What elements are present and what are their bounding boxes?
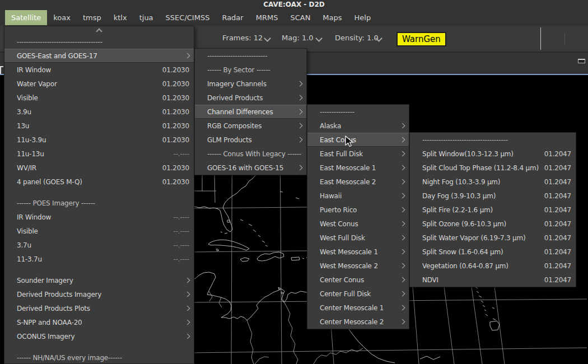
submenu-arrow-icon (297, 123, 303, 129)
menu-item-time: --.---- (174, 213, 189, 221)
submenu-arrow-icon (400, 151, 405, 157)
menu-item[interactable]: 11u-3.9u01.2030 (4, 133, 194, 147)
mag-selector[interactable]: Mag: 1.0 (282, 34, 314, 42)
menu-item[interactable]: Derived Products (195, 91, 306, 105)
menu-item[interactable]: Hawaii (307, 189, 409, 203)
menu-item[interactable]: West Mesoscale 1 (307, 245, 409, 259)
menu-item[interactable]: Split Fire (2.2-1.6 µm)01.2047 (410, 203, 576, 217)
menubar-item-mrms[interactable]: MRMS (250, 10, 284, 25)
menu-scroll-up[interactable] (4, 26, 194, 35)
menu-item[interactable]: East Full Disk (307, 147, 409, 161)
menubar-item-satellite[interactable]: Satellite (5, 10, 47, 25)
menu-item[interactable]: Night Fog (10.3-3.9 µm)01.2047 (410, 175, 576, 189)
menu-item-label: Sounder Imagery (17, 277, 181, 284)
menu-item[interactable]: Channel Differences (195, 105, 306, 119)
menu-item[interactable]: Split Water Vapor (6.19-7.3 µm)01.2047 (410, 231, 576, 245)
menu-item[interactable]: IR Window--.---- (4, 210, 194, 224)
menu-item[interactable]: East Mesoscale 1 (307, 161, 409, 175)
menu-item[interactable]: Sounder Imagery (4, 273, 194, 287)
menu-item-label: WV/IR (17, 164, 158, 172)
menu-item[interactable]: 13u01.2030 (4, 119, 194, 133)
menu-item[interactable]: Center Mesoscale 1 (307, 301, 409, 315)
frames-selector[interactable]: Frames: 12 (222, 34, 263, 42)
menu-section-header: ------ Conus With Legacy ------ (195, 147, 306, 161)
menu-item[interactable]: GOES-16 with GOES-15 (195, 161, 306, 175)
submenu-arrow-icon (297, 165, 303, 171)
menu-item[interactable]: East Conus (307, 133, 409, 147)
menu-item[interactable]: Derived Products Plots (4, 301, 194, 315)
menu-item[interactable]: Split Cloud Top Phase (11.2-8.4 µm)01.20… (410, 161, 576, 175)
menubar-item-ssec-cimss[interactable]: SSEC/CIMSS (160, 10, 216, 25)
menu-item[interactable]: Center Conus (307, 273, 409, 287)
menu-item-label: ------ NH/NA/US every image------ (17, 354, 189, 362)
menu-item[interactable]: Split Window(10.3-12.3 µm)01.2047 (410, 147, 576, 161)
menu-item[interactable]: Water Vapor01.2030 (4, 77, 194, 91)
menu-item-time: 01.2047 (544, 276, 571, 284)
menubar-item-tmsp[interactable]: tmsp (77, 10, 108, 25)
menu-item-label: ------------------------------------- (422, 136, 571, 144)
menu-section-header: ------ NH/NA/US every image------ (4, 351, 194, 364)
menubar-item-radar[interactable]: Radar (216, 10, 249, 25)
menubar-item-help[interactable]: Help (348, 10, 377, 25)
menu-item[interactable]: Derived Products Imagery (4, 287, 194, 301)
menu-item[interactable]: WV/IR01.2030 (4, 161, 194, 175)
menu-item[interactable]: RGB Composites (195, 119, 306, 133)
submenu-arrow-icon (400, 193, 405, 199)
menu-item-label: Split Ozone (9.6-10.3 µm) (422, 220, 540, 228)
menu-item-label: ------ Conus With Legacy ------ (207, 150, 302, 158)
menu-item-label: ------------------------------------- (17, 38, 189, 46)
menu-item[interactable]: S-NPP and NOAA-20 (4, 315, 194, 329)
menu-item-label: IR Window (17, 213, 169, 221)
toolbar-separator (540, 27, 541, 50)
menu-item-label: Water Vapor (17, 80, 158, 88)
submenu-arrow-icon (297, 137, 303, 143)
frames-chevron-down-icon[interactable] (264, 35, 271, 42)
warngen-button[interactable]: WarnGen (396, 32, 446, 46)
menu-item-label: Center Conus (320, 276, 396, 284)
restore-view-icon[interactable] (578, 59, 585, 63)
menu-item[interactable]: IR Window01.2030 (4, 63, 194, 77)
menu-item[interactable]: 4 panel (GOES M-Q)01.2030 (4, 175, 194, 189)
menu-item[interactable]: Visible01.2030 (4, 91, 194, 105)
menu-item[interactable]: 11u-13u--.---- (4, 147, 194, 161)
menu-item[interactable]: NDVI01.2047 (410, 273, 576, 287)
menu-item[interactable]: Day Fog (3.9-10.3 µm)01.2047 (410, 189, 576, 203)
menu-item-time: 01.2047 (544, 220, 571, 228)
menu-item[interactable]: West Mesoscale 2 (307, 259, 409, 273)
density-selector[interactable]: Density: 1.0 (335, 34, 379, 42)
menu-item[interactable]: Center Full Disk (307, 287, 409, 301)
menu-item[interactable]: 3.7u--.---- (4, 238, 194, 252)
menu-item[interactable]: OCONUS Imagery (4, 329, 194, 343)
menu-item-label: NDVI (422, 276, 540, 284)
menu-item[interactable]: 3.9u01.2030 (4, 105, 194, 119)
menu-item[interactable]: GOES-East and GOES-17 (4, 49, 194, 63)
submenu-arrow-icon (185, 320, 190, 325)
chevron-up-icon (96, 28, 102, 34)
menu-item[interactable]: Imagery Channels (195, 77, 306, 91)
menubar-item-maps[interactable]: Maps (316, 10, 348, 25)
menu-item-label: Imagery Channels (207, 80, 293, 88)
menu-item[interactable]: Split Ozone (9.6-10.3 µm)01.2047 (410, 217, 576, 231)
menu-item[interactable]: Vegetation (0.64-0.87 µm)01.2047 (410, 259, 576, 273)
menu-item-label: Visible (17, 227, 169, 235)
menubar-item-koax[interactable]: koax (47, 10, 77, 25)
menu-item[interactable]: West Conus (307, 217, 409, 231)
menu-item[interactable]: Visible--.---- (4, 224, 194, 238)
menubar-item-tjua[interactable]: tjua (133, 10, 160, 25)
menu-item-label: --------------- (320, 108, 404, 116)
menu-item[interactable]: Center Mesoscale 2 (307, 315, 409, 329)
menu-item-label: Alaska (320, 122, 396, 130)
menu-item[interactable]: 11-3.7u--.---- (4, 252, 194, 266)
menu-item[interactable]: Alaska (307, 119, 409, 133)
menubar-item-scan[interactable]: SCAN (284, 10, 316, 25)
east-conus-submenu: -------------------------------------Spl… (409, 132, 576, 287)
menubar-item-ktlx[interactable]: ktlx (108, 10, 133, 25)
menu-item[interactable]: Puerto Rico (307, 203, 409, 217)
menu-item-label: 11-3.7u (17, 255, 169, 263)
menu-item[interactable]: West Full Disk (307, 231, 409, 245)
menu-item-label: OCONUS Imagery (17, 333, 181, 340)
mag-chevron-down-icon[interactable] (315, 35, 323, 42)
menu-item[interactable]: East Mesoscale 2 (307, 175, 409, 189)
menu-item[interactable]: Split Snow (1.6-0.64 µm)01.2047 (410, 245, 576, 259)
menu-item[interactable]: GLM Products (195, 133, 306, 147)
